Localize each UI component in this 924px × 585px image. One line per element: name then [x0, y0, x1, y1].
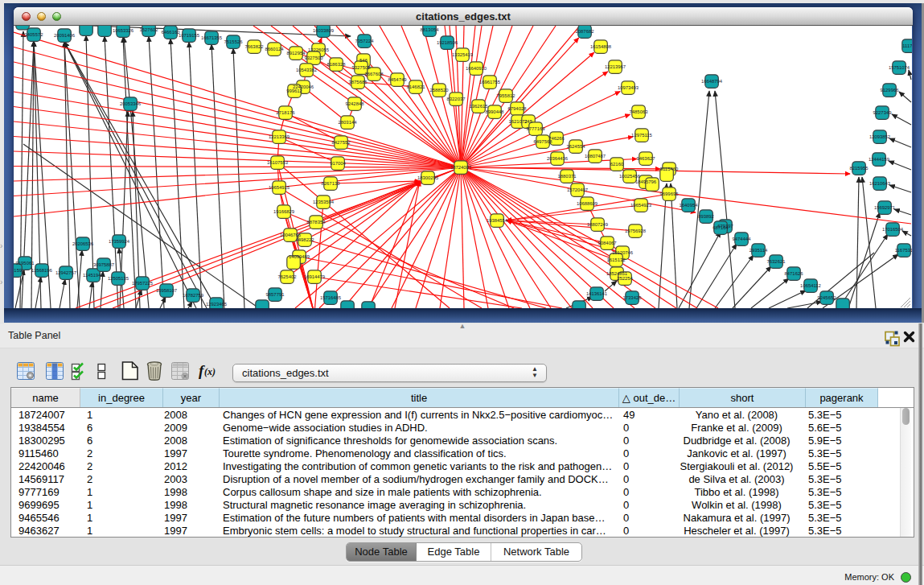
svg-text:12353594: 12353594 [313, 200, 335, 204]
svg-text:17016504: 17016504 [882, 227, 904, 232]
svg-text:8471626: 8471626 [785, 271, 804, 276]
svg-text:16648794: 16648794 [701, 79, 723, 84]
svg-text:12213967: 12213967 [605, 64, 626, 69]
svg-text:9146821: 9146821 [407, 84, 425, 89]
svg-text:245: 245 [524, 119, 533, 124]
svg-text:2667608: 2667608 [365, 72, 384, 76]
svg-text:11172: 11172 [902, 43, 912, 48]
svg-text:10543382: 10543382 [296, 68, 317, 72]
svg-text:19166829: 19166829 [273, 209, 294, 214]
svg-text:8990448: 8990448 [486, 109, 505, 114]
svg-text:7663822: 7663822 [245, 44, 264, 49]
svg-text:10025456: 10025456 [619, 174, 641, 179]
svg-text:2935114: 2935114 [749, 248, 768, 253]
svg-text:9084067: 9084067 [598, 241, 617, 245]
svg-text:62160: 62160 [610, 162, 624, 167]
svg-text:18807249: 18807249 [587, 222, 608, 227]
svg-text:10120746: 10120746 [612, 250, 634, 255]
svg-text:9857791: 9857791 [266, 292, 285, 297]
svg-text:7625402: 7625402 [278, 274, 297, 279]
svg-text:(x): (x) [204, 366, 216, 377]
svg-text:14099489: 14099489 [289, 254, 310, 259]
svg-text:7632621: 7632621 [767, 259, 786, 264]
svg-text:1733426: 1733426 [623, 295, 643, 300]
svg-text:1615132: 1615132 [607, 257, 626, 262]
svg-text:16961755: 16961755 [479, 80, 501, 84]
svg-text:6794028: 6794028 [508, 106, 528, 111]
svg-text:546: 546 [359, 58, 368, 63]
svg-text:7357224: 7357224 [355, 39, 375, 43]
svg-text:15692971: 15692971 [874, 205, 895, 210]
svg-text:1640954: 1640954 [680, 203, 699, 208]
svg-text:9327508: 9327508 [352, 65, 372, 70]
svg-text:12213369: 12213369 [269, 134, 290, 139]
svg-text:4498222: 4498222 [296, 237, 314, 242]
svg-text:8186328: 8186328 [327, 62, 347, 67]
svg-text:8813054: 8813054 [421, 27, 440, 32]
svg-text:9245652: 9245652 [818, 295, 836, 300]
svg-text:12975115: 12975115 [631, 133, 652, 138]
svg-text:12093852: 12093852 [869, 134, 890, 139]
svg-text:8215955: 8215955 [850, 166, 869, 171]
svg-text:8427552: 8427552 [332, 140, 351, 145]
svg-text:8454749: 8454749 [388, 77, 407, 82]
svg-text:2718176: 2718176 [277, 110, 296, 115]
svg-text:16914479: 16914479 [304, 274, 325, 279]
svg-text:19654923: 19654923 [630, 203, 652, 208]
svg-text:9227349: 9227349 [873, 110, 892, 115]
svg-text:8660124: 8660124 [265, 47, 285, 51]
svg-text:687164: 687164 [713, 225, 729, 230]
svg-text:8267130: 8267130 [322, 181, 341, 186]
svg-text:999612: 999612 [286, 89, 302, 93]
svg-text:252254: 252254 [617, 276, 633, 281]
svg-text:7485063: 7485063 [630, 109, 649, 114]
svg-text:10654112: 10654112 [800, 283, 821, 288]
svg-text:13325419: 13325419 [452, 52, 473, 57]
svg-text:2087682: 2087682 [576, 29, 594, 34]
svg-text:16640910: 16640910 [466, 66, 487, 71]
svg-text:7955812: 7955812 [497, 93, 515, 98]
svg-text:8878354: 8878354 [307, 220, 326, 225]
svg-text:8912954: 8912954 [287, 51, 306, 56]
svg-text:16033809: 16033809 [313, 28, 334, 33]
svg-text:1362615: 1362615 [470, 104, 489, 109]
svg-text:9115460: 9115460 [660, 167, 679, 171]
svg-text:10807487: 10807487 [585, 154, 606, 159]
svg-text:1880371: 1880371 [558, 174, 577, 179]
svg-text:9777169: 9777169 [527, 126, 545, 131]
svg-text:16154808: 16154808 [590, 44, 612, 49]
svg-text:15751074: 15751074 [889, 65, 910, 70]
svg-text:746266: 746266 [548, 136, 565, 141]
svg-text:18495796: 18495796 [635, 179, 657, 184]
svg-text:9327500: 9327500 [305, 56, 324, 60]
svg-text:18300295: 18300295 [417, 175, 439, 180]
svg-text:13226055: 13226055 [308, 47, 330, 52]
svg-text:9699695: 9699695 [660, 192, 680, 196]
svg-text:15716485: 15716485 [320, 295, 342, 300]
svg-text:2588520: 2588520 [430, 88, 450, 93]
svg-text:9474444: 9474444 [733, 237, 752, 241]
svg-text:9129966: 9129966 [881, 88, 900, 93]
svg-text:3624554: 3624554 [567, 144, 586, 149]
svg-text:3875685: 3875685 [349, 80, 368, 84]
svg-text:16107553: 16107553 [267, 160, 289, 165]
svg-text:19756928: 19756928 [625, 229, 647, 233]
svg-text:9463627: 9463627 [637, 156, 655, 161]
svg-text:10688609: 10688609 [577, 201, 598, 206]
svg-text:10973493: 10973493 [618, 85, 639, 90]
svg-text:18724007: 18724007 [450, 165, 471, 170]
svg-text:893892: 893892 [698, 214, 714, 219]
svg-text:15720407: 15720407 [567, 187, 588, 192]
svg-text:1167531: 1167531 [895, 248, 912, 253]
svg-text:19218506: 19218506 [437, 40, 458, 45]
svg-text:8322037: 8322037 [447, 97, 466, 101]
svg-text:2803144: 2803144 [339, 120, 358, 125]
svg-text:917004: 917004 [330, 161, 346, 166]
svg-text:9242848: 9242848 [346, 101, 365, 106]
svg-text:16210643: 16210643 [869, 181, 891, 186]
svg-text:14136141: 14136141 [586, 291, 607, 296]
svg-text:12444159: 12444159 [869, 157, 889, 162]
svg-text:19384554: 19384554 [487, 218, 508, 223]
svg-text:20364436: 20364436 [547, 156, 569, 161]
svg-text:19654915: 19654915 [269, 185, 290, 190]
